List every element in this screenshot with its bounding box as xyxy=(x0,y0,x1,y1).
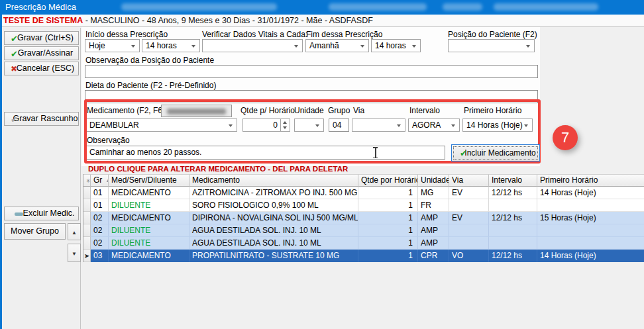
cancelar-label: Cancelar (ESC) xyxy=(17,64,75,73)
table-row[interactable]: 02 DILUENTE AGUA DESTILADA SOL. INJ. 10 … xyxy=(83,237,644,250)
cancelar-button[interactable]: ✖ Cancelar (ESC) xyxy=(4,62,79,75)
grid-header-primeiro[interactable]: Primeiro Horário xyxy=(537,174,644,187)
primeiro-horario-combobox[interactable]: 14 Horas (Hoje) xyxy=(462,118,533,132)
row-indicator xyxy=(83,237,91,250)
table-row[interactable]: 01 MEDICAMENTO AZITROMICINA - ZITROMAX P… xyxy=(83,187,644,199)
excluir-medic-button[interactable]: Excluir Medic. xyxy=(4,207,79,220)
chevron-down-icon xyxy=(229,124,233,127)
qtde-horario-label: Qtde p/ Horário xyxy=(241,106,295,115)
grupo-input[interactable]: 04 xyxy=(329,118,349,132)
intervalo-combobox[interactable]: AGORA xyxy=(408,118,460,132)
gravar-assinar-button[interactable]: ✔ Gravar/Assinar xyxy=(4,46,79,60)
grid-header-unidade[interactable]: Unidade xyxy=(418,174,449,187)
check-icon: ✔ xyxy=(460,149,467,158)
posicao-paciente-combobox[interactable] xyxy=(448,39,535,52)
arrow-down-icon: ▼ xyxy=(72,251,77,257)
verificar-dados-vitais-combobox[interactable] xyxy=(202,39,303,52)
table-row[interactable]: 01 DILUENTE SORO FISIOLOGICO 0,9% 100 ML… xyxy=(83,199,644,212)
check-icon: ✔ xyxy=(11,115,18,124)
via-label: Via xyxy=(353,106,364,115)
check-icon: ✔ xyxy=(11,34,18,43)
gravar-rascunho-label: Gravar Rascunho xyxy=(13,114,78,123)
dieta-label: Dieta do Paciente (F2 - Pré-Definido) xyxy=(85,81,216,90)
redacted-title-text xyxy=(494,3,598,11)
fim-day-combobox[interactable]: Amanhã xyxy=(305,39,369,52)
row-indicator xyxy=(83,199,91,212)
redacted-title-text xyxy=(121,3,277,11)
gravar-rascunho-button[interactable]: ✔ Gravar Rascunho xyxy=(4,112,79,126)
patient-name: TESTE DE SISTEMA xyxy=(3,16,83,25)
chevron-down-icon xyxy=(451,124,455,127)
chevron-down-icon xyxy=(524,124,528,127)
inicio-day-combobox[interactable]: Hoje xyxy=(85,39,140,52)
excluir-medic-label: Excluir Medic. xyxy=(17,209,75,218)
mover-grupo-label: Mover Grupo xyxy=(11,226,59,236)
chevron-down-icon xyxy=(412,45,416,48)
row-indicator xyxy=(83,187,91,199)
obs-posicao-input[interactable] xyxy=(85,65,538,78)
via-combobox[interactable] xyxy=(352,118,405,132)
mover-grupo-button[interactable]: Mover Grupo xyxy=(4,223,66,240)
grid-header-via[interactable]: Via xyxy=(449,174,489,187)
primeiro-horario-label: Primeiro Horário xyxy=(464,106,521,115)
fim-time-combobox[interactable]: 14 horas xyxy=(371,39,421,52)
spinner-buttons[interactable] xyxy=(280,119,290,131)
title-bar[interactable]: Prescrição Médica xyxy=(0,0,644,15)
inicio-time-combobox[interactable]: 14 horas xyxy=(142,39,200,52)
medication-grid: ✳ Gr▲ Med/Serv/Diluente Medicamento Qtde… xyxy=(83,174,644,262)
redacted-text xyxy=(167,109,226,115)
inicio-prescricao-label: Início dessa Prescrição xyxy=(85,30,168,39)
observacao-input[interactable]: Caminhar ao menos 20 passos. xyxy=(85,146,445,160)
asterisk-icon: ✳ xyxy=(86,178,91,184)
fim-prescricao-label: Fim dessa Prescrição xyxy=(306,30,382,39)
observacao-label: Observação xyxy=(87,136,130,145)
selected-row-pointer-icon: ➤ xyxy=(83,250,91,262)
grid-corner-cell[interactable]: ✳ xyxy=(83,174,91,187)
grid-header-row: ✳ Gr▲ Med/Serv/Diluente Medicamento Qtde… xyxy=(83,174,644,187)
grid-header-qtde[interactable]: Qtde por Horário xyxy=(358,174,418,187)
chevron-down-icon xyxy=(131,45,135,48)
dieta-input[interactable] xyxy=(85,90,538,103)
medicamento-label: Medicamento (F2, F6) xyxy=(87,106,165,115)
posicao-paciente-label: Posição do Paciente (F2) xyxy=(448,30,537,39)
table-row-selected[interactable]: ➤ 03 MEDICAMENTO PROPATILNITRATO - SUSTR… xyxy=(83,250,644,262)
arrow-up-icon: ▲ xyxy=(72,230,77,236)
cancel-icon: ✖ xyxy=(11,65,17,73)
text-cursor xyxy=(372,147,378,158)
chevron-down-icon xyxy=(526,45,530,48)
table-row[interactable]: 02 MEDICAMENTO DIPIRONA - NOVALGINA SOL … xyxy=(83,212,644,224)
gravar-button[interactable]: ✔ Gravar (Ctrl+S) xyxy=(4,31,79,45)
grid-header-tipo[interactable]: Med/Serv/Diluente xyxy=(109,174,189,187)
table-row[interactable]: 02 DILUENTE AGUA DESTILADA SOL. INJ. 10 … xyxy=(83,224,644,237)
grid-header-gr[interactable]: Gr▲ xyxy=(91,174,109,187)
gravar-label: Gravar (Ctrl+S) xyxy=(17,33,74,42)
verificar-dados-vitais-label: Verificar Dados Vitais a Cada: xyxy=(202,30,307,39)
minus-icon xyxy=(15,212,23,216)
grupo-label: Grupo xyxy=(328,106,350,115)
grid-caption: DUPLO CLIQUE PARA ALTERAR MEDICAMENTO - … xyxy=(88,165,348,173)
unidade-combobox[interactable] xyxy=(294,118,324,132)
move-up-button[interactable]: ▲ xyxy=(68,223,81,240)
patient-header: TESTE DE SISTEMA - MASCULINO - 48 Anos, … xyxy=(0,15,644,27)
row-indicator xyxy=(83,224,91,237)
patient-details: - MASCULINO - 48 Anos, 9 Meses e 30 Dias… xyxy=(83,16,373,25)
chevron-down-icon xyxy=(191,45,195,48)
qtde-spinner[interactable]: 0 xyxy=(242,118,290,132)
medicamento-combobox[interactable]: DEAMBULAR xyxy=(85,118,237,132)
incluir-medicamento-button[interactable]: ✔ Incluir Medicamento xyxy=(451,144,540,162)
move-down-button[interactable]: ▼ xyxy=(68,244,81,262)
gravar-assinar-label: Gravar/Assinar xyxy=(18,48,73,58)
grid-header-medicamento[interactable]: Medicamento xyxy=(189,174,358,187)
obs-posicao-label: Observação da Posição do Paciente xyxy=(85,56,214,65)
spin-up-icon[interactable] xyxy=(283,121,287,124)
window-title: Prescrição Médica xyxy=(5,0,76,15)
intervalo-label: Intervalo xyxy=(409,106,440,115)
chevron-down-icon xyxy=(397,124,401,127)
chevron-down-icon xyxy=(315,124,319,127)
chevron-down-icon xyxy=(360,45,364,48)
grid-header-intervalo[interactable]: Intervalo xyxy=(489,174,537,187)
annotation-step-number: 7 xyxy=(553,125,578,150)
unidade-label: Unidade xyxy=(294,106,324,115)
spin-down-icon[interactable] xyxy=(283,126,287,129)
redacted-button[interactable] xyxy=(161,105,232,117)
